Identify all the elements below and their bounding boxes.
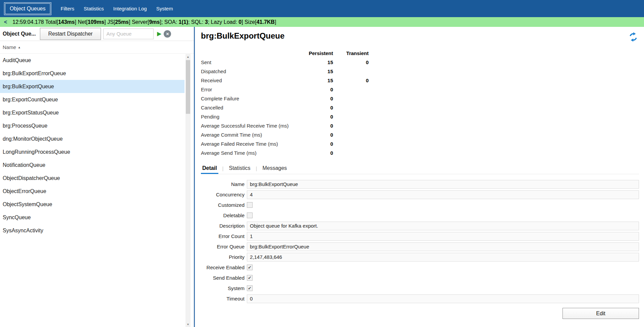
form-label: Priority	[201, 254, 245, 260]
error-queue-field[interactable]	[247, 242, 639, 251]
queue-item-objectdispatcherqueue[interactable]: ObjectDispatcherQueue	[0, 172, 184, 185]
nav-tab-filters[interactable]: Filters	[61, 6, 74, 11]
queue-item-brg-bulkexportqueue[interactable]: brg:BulkExportQueue	[0, 80, 184, 93]
queue-list-panel: Object Que... Restart Dispatcher ▶ × Nam…	[0, 27, 194, 327]
tab-separator: |	[252, 166, 261, 174]
status-segment: ] Size[	[241, 19, 256, 25]
queue-item-brg-bulkexporterrorqueue[interactable]: brg:BulkExportErrorQueue	[0, 67, 184, 80]
queue-stats-table: Persistent Transient Sent 15 0 Dispatche…	[201, 49, 644, 157]
status-segment: ] Net[	[75, 19, 88, 25]
queue-item-objecterrorqueue[interactable]: ObjectErrorQueue	[0, 185, 184, 198]
form-row: System	[201, 283, 639, 293]
status-segment: ; SQL:	[188, 19, 205, 25]
form-row: Receive Enabled	[201, 262, 639, 273]
clear-search-icon[interactable]: ×	[164, 30, 171, 38]
stats-row: Average Successful Receive Time (ms) 0	[201, 121, 644, 130]
status-segment: ; Lazy Load:	[208, 19, 239, 25]
form-row: Description	[201, 221, 639, 231]
tab-messages[interactable]: Messages	[261, 165, 288, 174]
stats-persistent-value: 15	[306, 68, 333, 74]
stats-label: Complete Failure	[201, 96, 306, 101]
queue-item-brg-processqueue[interactable]: brg:ProcessQueue	[0, 119, 184, 132]
timeout-field[interactable]	[247, 294, 639, 303]
stats-row: Average Commit Time (ms) 0	[201, 130, 644, 139]
queue-item-syncqueue[interactable]: SyncQueue	[0, 211, 184, 224]
form-row: Error Count	[201, 231, 639, 241]
receive-enabled-checkbox[interactable]	[247, 265, 253, 270]
stats-persistent-value: 0	[306, 150, 333, 156]
name-column-label: Name	[3, 44, 16, 50]
restart-dispatcher-button[interactable]: Restart Dispatcher	[40, 28, 101, 40]
queue-item-brg-exportcountqueue[interactable]: brg:ExportCountQueue	[0, 93, 184, 106]
stats-label: Average Successful Receive Time (ms)	[201, 123, 306, 129]
name-column-header[interactable]: Name ▲	[0, 41, 194, 54]
stats-row: Complete Failure 0	[201, 94, 644, 103]
run-search-icon[interactable]: ▶	[157, 31, 161, 37]
stats-persistent-value: 0	[306, 96, 333, 101]
stats-persistent-value: 0	[306, 132, 333, 138]
form-row: Name	[201, 179, 639, 189]
stats-row: Sent 15 0	[201, 58, 644, 67]
form-row: Error Queue	[201, 241, 639, 252]
stats-persistent-value: 0	[306, 105, 333, 110]
nav-tab-statistics[interactable]: Statistics	[84, 6, 104, 11]
scroll-up-icon[interactable]: ▲	[185, 54, 191, 59]
panel-title: Object Que...	[3, 31, 36, 37]
deletable-checkbox[interactable]	[247, 213, 253, 218]
form-label: System	[201, 285, 245, 291]
tab-detail[interactable]: Detail	[201, 165, 218, 174]
form-row: Customized	[201, 200, 639, 210]
queue-item-auditqueue[interactable]: AuditQueue	[0, 54, 184, 67]
stats-transient-value: 0	[333, 59, 369, 65]
nav-tab-system[interactable]: System	[156, 6, 173, 11]
queue-item-objectsystemqueue[interactable]: ObjectSystemQueue	[0, 198, 184, 211]
scrollbar-thumb[interactable]	[186, 60, 190, 114]
edit-button[interactable]: Edit	[562, 308, 639, 319]
concurrency-field[interactable]	[247, 190, 639, 199]
system-checkbox[interactable]	[247, 285, 253, 291]
form-label: Description	[201, 223, 245, 229]
status-segment: 143ms	[58, 19, 75, 25]
queue-item-notificationqueue[interactable]: NotificationQueue	[0, 158, 184, 172]
description-field[interactable]	[247, 222, 639, 230]
status-segment: 109ms	[88, 19, 104, 25]
refresh-icon[interactable]	[628, 32, 639, 43]
stats-header-row: Persistent Transient	[201, 49, 644, 58]
queue-search-input[interactable]	[103, 29, 154, 39]
queue-panel-header: Object Que... Restart Dispatcher ▶ ×	[0, 27, 194, 41]
stats-label: Dispatched	[201, 68, 306, 74]
stats-row: Average Failed Receive Time (ms) 0	[201, 139, 644, 148]
sort-ascending-icon: ▲	[18, 46, 21, 49]
queue-item-longrunningprocessqueue[interactable]: LongRunningProcessQueue	[0, 145, 184, 158]
left-panel-scrollbar[interactable]: ▲ ▼	[185, 54, 191, 327]
form-label: Timeout	[201, 296, 245, 301]
status-segment: 12:59:04.178 Total[	[12, 19, 58, 25]
stats-row: Dispatched 15	[201, 67, 644, 76]
form-label: Send Enabled	[201, 275, 245, 281]
stats-label: Pending	[201, 114, 306, 120]
status-segment: ]	[275, 19, 276, 25]
stats-persistent-value: 15	[306, 78, 333, 83]
form-label: Concurrency	[201, 192, 245, 197]
queue-item-dng-monitorobjectqueue[interactable]: dng:MonitorObjectQueue	[0, 132, 184, 145]
error-count-field[interactable]	[247, 232, 639, 241]
name-field[interactable]	[247, 180, 639, 189]
nav-tab-object-queues[interactable]: Object Queues	[4, 2, 51, 15]
stats-label: Error	[201, 87, 306, 92]
stats-persistent-value: 0	[306, 114, 333, 120]
nav-tab-integration-log[interactable]: Integration Log	[113, 6, 147, 11]
queue-item-sysasyncactivity[interactable]: SysAsyncActivity	[0, 224, 184, 237]
queue-detail-panel: brg:BulkExportQueue Persistent Transient…	[195, 27, 644, 327]
back-button[interactable]: <	[0, 19, 12, 25]
tab-statistics[interactable]: Statistics	[227, 165, 252, 174]
status-segment: 25ms	[115, 19, 129, 25]
page-title: brg:BulkExportQueue	[201, 31, 284, 41]
queue-item-brg-exportstatusqueue[interactable]: brg:ExportStatusQueue	[0, 106, 184, 119]
customized-checkbox[interactable]	[247, 202, 253, 208]
scroll-down-icon[interactable]: ▼	[185, 322, 191, 327]
status-text: 12:59:04.178 Total[143ms] Net[109ms] JS[…	[12, 19, 276, 25]
top-navigation: Object QueuesFiltersStatisticsIntegratio…	[0, 0, 644, 17]
send-enabled-checkbox[interactable]	[247, 275, 253, 281]
priority-field[interactable]	[247, 253, 639, 262]
persistent-column-header: Persistent	[306, 50, 333, 56]
